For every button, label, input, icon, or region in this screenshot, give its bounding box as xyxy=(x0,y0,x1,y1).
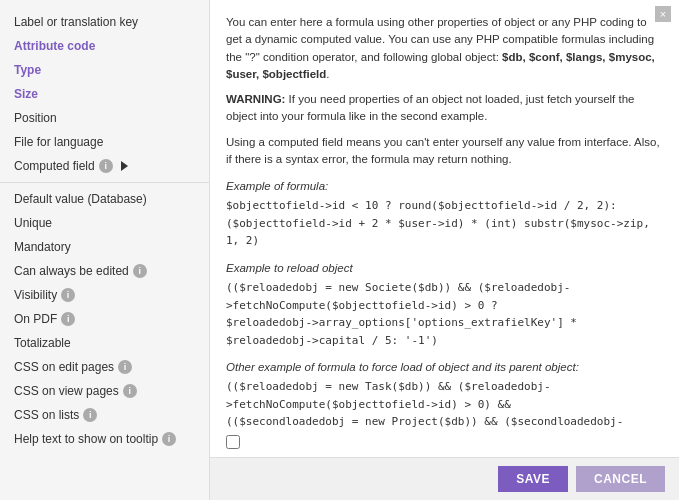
info-icon-visibility[interactable]: i xyxy=(61,288,75,302)
example3-heading: Other example of formula to force load o… xyxy=(226,359,663,376)
sidebar-item-computed-field[interactable]: Computed field i xyxy=(0,154,209,178)
divider xyxy=(0,182,209,183)
example3-code: (($reloadedobj = new Task($db)) && ($rel… xyxy=(226,378,663,427)
sidebar: Label or translation key Attribute code … xyxy=(0,0,210,500)
info-icon-css-view[interactable]: i xyxy=(123,384,137,398)
sidebar-item-mandatory[interactable]: Mandatory xyxy=(0,235,209,259)
cancel-button[interactable]: CANCEL xyxy=(576,466,665,492)
sidebar-on-pdf-text: On PDF xyxy=(14,312,57,326)
sidebar-item-attribute-code[interactable]: Attribute code xyxy=(0,34,209,58)
checkbox-row xyxy=(210,427,679,457)
sidebar-item-can-always-edited[interactable]: Can always be edited i xyxy=(0,259,209,283)
example1-heading: Example of formula: xyxy=(226,178,663,195)
arrow-right-icon xyxy=(121,161,128,171)
sidebar-attribute-code-text: Attribute code xyxy=(14,39,95,53)
sidebar-item-visibility[interactable]: Visibility i xyxy=(0,283,209,307)
sidebar-css-view-text: CSS on view pages xyxy=(14,384,119,398)
save-button[interactable]: SAVE xyxy=(498,466,568,492)
sidebar-visibility-text: Visibility xyxy=(14,288,57,302)
sidebar-item-css-view[interactable]: CSS on view pages i xyxy=(0,379,209,403)
sidebar-css-edit-text: CSS on edit pages xyxy=(14,360,114,374)
sidebar-totalizable-text: Totalizable xyxy=(14,336,71,350)
example2-heading: Example to reload object xyxy=(226,260,663,277)
sidebar-css-lists-text: CSS on lists xyxy=(14,408,79,422)
sidebar-item-totalizable[interactable]: Totalizable xyxy=(0,331,209,355)
sidebar-item-size[interactable]: Size xyxy=(0,82,209,106)
close-button[interactable]: × xyxy=(655,6,671,22)
sidebar-size-text: Size xyxy=(14,87,38,101)
info-icon-css-lists[interactable]: i xyxy=(83,408,97,422)
info-icon-on-pdf[interactable]: i xyxy=(61,312,75,326)
example1-code: $objecttofield->id < 10 ? round($objectt… xyxy=(226,197,663,250)
sidebar-mandatory-text: Mandatory xyxy=(14,240,71,254)
sidebar-can-always-edited-text: Can always be edited xyxy=(14,264,129,278)
sidebar-default-value-text: Default value (Database) xyxy=(14,192,147,206)
sidebar-item-css-lists[interactable]: CSS on lists i xyxy=(0,403,209,427)
info-icon-css-edit[interactable]: i xyxy=(118,360,132,374)
sidebar-help-text-text: Help text to show on tooltip xyxy=(14,432,158,446)
sidebar-item-default-value[interactable]: Default value (Database) xyxy=(0,187,209,211)
sidebar-label-translation-key-text: Label or translation key xyxy=(14,15,138,29)
sidebar-item-css-edit[interactable]: CSS on edit pages i xyxy=(0,355,209,379)
info-icon-can-always[interactable]: i xyxy=(133,264,147,278)
sidebar-item-help-text[interactable]: Help text to show on tooltip i xyxy=(0,427,209,451)
info-icon-help-text[interactable]: i xyxy=(162,432,176,446)
sidebar-type-text: Type xyxy=(14,63,41,77)
tooltip-paragraph2: Using a computed field means you can't e… xyxy=(226,134,663,169)
sidebar-position-text: Position xyxy=(14,111,57,125)
info-icon-computed[interactable]: i xyxy=(99,159,113,173)
sidebar-item-type[interactable]: Type xyxy=(0,58,209,82)
sidebar-item-label-translation[interactable]: Label or translation key xyxy=(0,10,209,34)
sidebar-file-language-text: File for language xyxy=(14,135,103,149)
tooltip-warning: WARNING: If you need properties of an ob… xyxy=(226,91,663,126)
tooltip-paragraph1: You can enter here a formula using other… xyxy=(226,14,663,83)
footer: SAVE CANCEL xyxy=(210,457,679,500)
sidebar-item-on-pdf[interactable]: On PDF i xyxy=(0,307,209,331)
sidebar-item-file-language[interactable]: File for language xyxy=(0,130,209,154)
sidebar-computed-field-text: Computed field xyxy=(14,159,95,173)
sidebar-item-unique[interactable]: Unique xyxy=(0,211,209,235)
tooltip-content: You can enter here a formula using other… xyxy=(210,0,679,427)
content-panel: × You can enter here a formula using oth… xyxy=(210,0,679,500)
sidebar-item-position[interactable]: Position xyxy=(0,106,209,130)
computed-field-checkbox[interactable] xyxy=(226,435,240,449)
example2-code: (($reloadedobj = new Societe($db)) && ($… xyxy=(226,279,663,349)
warning-label: WARNING: xyxy=(226,93,285,105)
sidebar-unique-text: Unique xyxy=(14,216,52,230)
